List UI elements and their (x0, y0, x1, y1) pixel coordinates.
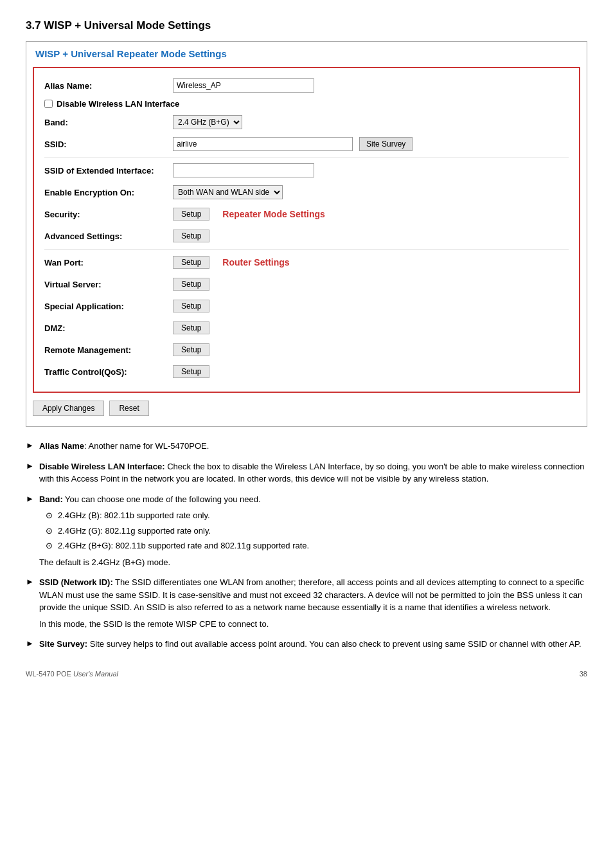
desc-ssid-term: SSID (Network ID): (39, 577, 113, 587)
remote-mgmt-label: Remote Management: (44, 345, 173, 355)
panel-inner: Alias Name: Disable Wireless LAN Interfa… (33, 67, 580, 393)
arrow-icon-4: ► (26, 577, 34, 586)
wan-port-setup-button[interactable]: Setup (173, 256, 209, 269)
desc-disable-term: Disable Wireless LAN Interface: (39, 462, 165, 471)
desc-alias-term: Alias Name (39, 441, 84, 451)
virtual-server-label: Virtual Server: (44, 280, 173, 289)
arrow-icon-5: ► (26, 638, 34, 648)
dmz-row: DMZ: Setup (44, 320, 569, 336)
site-survey-button[interactable]: Site Survey (359, 137, 413, 151)
desc-ssid-text: SSID (Network ID): The SSID differentiat… (39, 576, 587, 630)
reset-button[interactable]: Reset (109, 401, 148, 416)
ssid-input[interactable] (173, 137, 353, 151)
band-option-g: ⊙ 2.4GHz (G): 802.11g supported rate onl… (46, 525, 309, 538)
band-option-b: ⊙ 2.4GHz (B): 802.11b supported rate onl… (46, 509, 309, 522)
ssid-extended-row: SSID of Extended Interface: (44, 162, 569, 179)
band-option-g-text: 2.4GHz (G): 802.11g supported rate only. (58, 525, 211, 538)
security-label: Security: (44, 210, 173, 219)
encryption-row: Enable Encryption On: Both WAN and WLAN … (44, 184, 569, 201)
panel-title: WISP + Universal Repeater Mode Settings (26, 42, 587, 63)
ssid-row: SSID: Site Survey (44, 136, 569, 152)
desc-disable-lan: ► Disable Wireless LAN Interface: Check … (26, 460, 587, 485)
main-panel: WISP + Universal Repeater Mode Settings … (26, 41, 587, 427)
encryption-value: Both WAN and WLAN side WAN side only WLA… (173, 185, 569, 199)
desc-site-survey-text: Site Survey: Site survey helps to find o… (39, 638, 582, 651)
band-value: 2.4 GHz (B) 2.4 GHz (G) 2.4 GHz (B+G) (173, 115, 569, 129)
footer-page: 38 (580, 670, 587, 678)
apply-changes-button[interactable]: Apply Changes (33, 401, 104, 416)
security-setup-button[interactable]: Setup (173, 208, 209, 221)
page-heading: 3.7 WISP + Universal Mode Settings (26, 19, 587, 32)
encryption-select[interactable]: Both WAN and WLAN side WAN side only WLA… (173, 185, 283, 199)
band-option-bg: ⊙ 2.4GHz (B+G): 802.11b supported rate a… (46, 539, 309, 552)
disable-lan-checkbox[interactable] (44, 100, 53, 108)
traffic-control-setup-button[interactable]: Setup (173, 365, 209, 378)
desc-alias-text: Alias Name: Another name for WL-5470POE. (39, 440, 209, 453)
ssid-value: Site Survey (173, 137, 569, 151)
wan-port-label: Wan Port: (44, 258, 173, 267)
desc-site-survey: ► Site Survey: Site survey helps to find… (26, 638, 587, 651)
desc-band-term: Band: (39, 494, 63, 504)
band-default-note: The default is 2.4GHz (B+G) mode. (39, 556, 309, 569)
ssid-extended-label: SSID of Extended Interface: (44, 166, 173, 176)
divider2 (44, 249, 569, 250)
security-value: Setup Repeater Mode Settings (173, 208, 569, 221)
disable-lan-label: Disable Wireless LAN Interface (57, 99, 179, 109)
special-app-setup-button[interactable]: Setup (173, 300, 209, 312)
special-app-label: Special Application: (44, 302, 173, 311)
band-row: Band: 2.4 GHz (B) 2.4 GHz (G) 2.4 GHz (B… (44, 114, 569, 131)
ssid-extended-value (173, 163, 569, 177)
arrow-icon-3: ► (26, 494, 34, 503)
arrow-icon-2: ► (26, 461, 34, 471)
band-label: Band: (44, 118, 173, 127)
radio-icon-1: ⊙ (46, 509, 53, 522)
dmz-setup-button[interactable]: Setup (173, 321, 209, 334)
virtual-server-row: Virtual Server: Setup (44, 276, 569, 293)
divider1 (44, 158, 569, 158)
wan-port-row: Wan Port: Setup Router Settings (44, 254, 569, 271)
desc-band-text: Band: You can choose one mode of the fol… (39, 493, 309, 569)
alias-name-label: Alias Name: (44, 81, 173, 91)
wan-port-value: Setup Router Settings (173, 256, 569, 269)
band-option-b-text: 2.4GHz (B): 802.11b supported rate only. (58, 509, 210, 522)
remote-mgmt-setup-button[interactable]: Setup (173, 343, 209, 356)
band-sublist: ⊙ 2.4GHz (B): 802.11b supported rate onl… (46, 509, 309, 552)
desc-band: ► Band: You can choose one mode of the f… (26, 493, 587, 569)
remote-mgmt-value: Setup (173, 343, 569, 356)
ssid-note: In this mode, the SSID is the remote WIS… (39, 618, 587, 631)
traffic-control-value: Setup (173, 365, 569, 378)
desc-disable-text: Disable Wireless LAN Interface: Check th… (39, 460, 587, 485)
virtual-server-value: Setup (173, 278, 569, 291)
arrow-icon-1: ► (26, 440, 34, 450)
footer-product: WL-5470 POE User's Manual (26, 670, 118, 678)
desc-alias-name: ► Alias Name: Another name for WL-5470PO… (26, 440, 587, 453)
ssid-extended-input[interactable] (173, 163, 314, 177)
special-app-value: Setup (173, 300, 569, 312)
dmz-label: DMZ: (44, 323, 173, 333)
page-footer: WL-5470 POE User's Manual 38 (26, 670, 587, 678)
alias-name-row: Alias Name: (44, 77, 569, 94)
virtual-server-setup-button[interactable]: Setup (173, 278, 209, 291)
encryption-label: Enable Encryption On: (44, 188, 173, 197)
description-section: ► Alias Name: Another name for WL-5470PO… (26, 440, 587, 651)
remote-mgmt-row: Remote Management: Setup (44, 341, 569, 358)
button-row: Apply Changes Reset (33, 401, 587, 416)
alias-name-value (173, 78, 569, 93)
dmz-value: Setup (173, 321, 569, 334)
alias-name-input[interactable] (173, 78, 314, 93)
desc-ssid: ► SSID (Network ID): The SSID differenti… (26, 576, 587, 630)
traffic-control-label: Traffic Control(QoS): (44, 367, 173, 377)
advanced-setup-button[interactable]: Setup (173, 230, 209, 242)
band-option-bg-text: 2.4GHz (B+G): 802.11b supported rate and… (58, 539, 309, 552)
special-app-row: Special Application: Setup (44, 298, 569, 314)
advanced-label: Advanced Settings: (44, 231, 173, 241)
security-row: Security: Setup Repeater Mode Settings (44, 206, 569, 222)
radio-icon-2: ⊙ (46, 525, 53, 538)
desc-site-survey-term: Site Survey: (39, 639, 87, 649)
advanced-value: Setup (173, 230, 569, 242)
radio-icon-3: ⊙ (46, 539, 53, 552)
band-select[interactable]: 2.4 GHz (B) 2.4 GHz (G) 2.4 GHz (B+G) (173, 115, 242, 129)
disable-lan-row: Disable Wireless LAN Interface (44, 99, 569, 109)
router-settings-label: Router Settings (222, 257, 289, 267)
traffic-control-row: Traffic Control(QoS): Setup (44, 363, 569, 380)
